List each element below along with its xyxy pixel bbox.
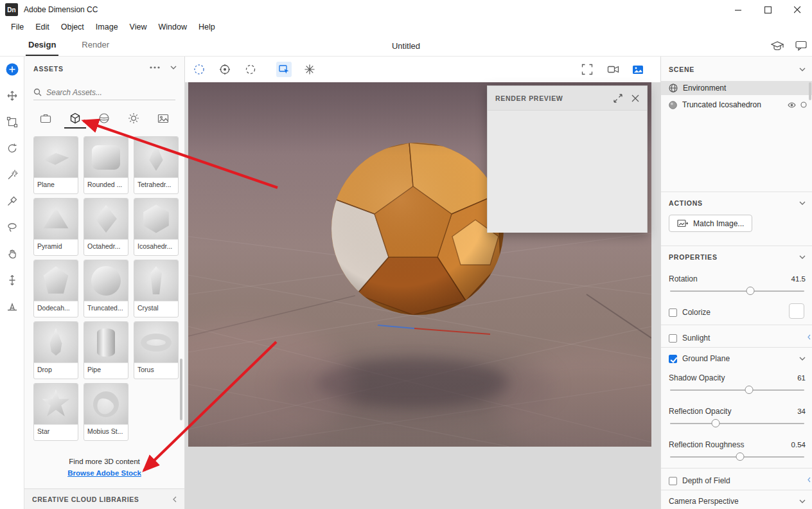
shadow-opacity-slider[interactable] <box>670 386 804 395</box>
rotation-slider[interactable] <box>670 287 804 296</box>
asset-item-drop[interactable]: Drop <box>33 321 78 379</box>
asset-item-pyramid[interactable]: Pyramid <box>33 198 78 256</box>
asset-item-octahedron[interactable]: Octahedr... <box>84 198 128 256</box>
maximize-button[interactable] <box>753 0 782 19</box>
menu-window[interactable]: Window <box>152 22 192 31</box>
category-3d-models[interactable] <box>64 109 86 129</box>
menu-edit[interactable]: Edit <box>30 22 55 31</box>
asset-item-pipe[interactable]: Pipe <box>84 321 128 379</box>
assets-scrollbar[interactable] <box>180 359 182 420</box>
lasso-tool[interactable] <box>6 221 19 234</box>
menu-help[interactable]: Help <box>193 22 221 31</box>
scene-collapse-chevron-icon[interactable] <box>799 67 806 71</box>
asset-item-mobius[interactable]: Mobius St... <box>84 383 128 441</box>
actions-header: ACTIONS <box>669 199 703 207</box>
category-lights[interactable] <box>123 109 145 129</box>
creative-cloud-libraries-bar[interactable]: CREATIVE CLOUD LIBRARIES <box>24 488 184 509</box>
asset-item-icosahedron[interactable]: Icosahedr... <box>134 198 179 256</box>
hand-tool[interactable] <box>6 247 19 260</box>
category-starter-assets[interactable] <box>35 109 57 129</box>
tab-render[interactable]: Render <box>79 35 112 56</box>
asset-item-rounded-cube[interactable]: Rounded ... <box>84 136 128 194</box>
colorize-swatch[interactable] <box>789 303 804 319</box>
slider-knob[interactable] <box>745 386 754 394</box>
marquee-dashed-tool[interactable] <box>243 62 258 77</box>
dolly-tool[interactable] <box>6 274 19 287</box>
close-icon[interactable] <box>631 94 639 102</box>
camera-perspective-label: Camera Perspective <box>669 497 739 506</box>
slider-track[interactable] <box>670 423 804 424</box>
match-image-button[interactable]: Match Image... <box>669 215 752 232</box>
category-materials[interactable] <box>93 109 115 129</box>
ground-plane-checkbox[interactable] <box>669 355 677 363</box>
reflection-roughness-value[interactable]: 0.54 <box>791 441 806 449</box>
camera-perspective-chevron-icon[interactable] <box>799 499 806 503</box>
expand-icon[interactable] <box>613 94 622 103</box>
rotation-value[interactable]: 41.5 <box>791 275 806 283</box>
visibility-eye-icon[interactable] <box>788 102 796 108</box>
slider-knob[interactable] <box>746 287 755 295</box>
depth-of-field-flyout-arrow[interactable] <box>806 474 811 485</box>
asset-item-crystal[interactable]: Crystal <box>134 260 179 317</box>
properties-collapse-chevron-icon[interactable] <box>799 255 806 259</box>
menu-view[interactable]: View <box>124 22 153 31</box>
more-options-icon[interactable] <box>150 66 160 69</box>
actions-collapse-chevron-icon[interactable] <box>799 201 806 205</box>
minimize-button[interactable] <box>723 0 753 19</box>
reflection-roughness-slider[interactable] <box>670 452 804 461</box>
render-setup-tool[interactable] <box>302 62 317 77</box>
reflection-opacity-slider[interactable] <box>670 419 804 428</box>
scene-item-environment[interactable]: Environment <box>661 81 812 95</box>
render-preview-toggle[interactable] <box>630 62 646 77</box>
slider-knob[interactable] <box>712 419 720 427</box>
feedback-icon[interactable] <box>795 40 807 51</box>
slider-track[interactable] <box>670 389 804 391</box>
assets-collapse-chevron-icon[interactable] <box>170 66 177 69</box>
search-field[interactable] <box>33 85 175 100</box>
sunlight-checkbox[interactable] <box>669 334 677 343</box>
asset-item-truncated-icosahedron[interactable]: Truncated... <box>84 260 128 317</box>
rotate-tool[interactable] <box>6 142 19 155</box>
asset-item-torus[interactable]: Torus <box>134 321 179 379</box>
colorize-checkbox[interactable] <box>669 308 677 317</box>
shadow-opacity-value[interactable]: 61 <box>797 374 806 382</box>
camera-icon <box>607 64 619 75</box>
fullscreen-button[interactable] <box>579 62 595 77</box>
category-images[interactable] <box>152 109 174 129</box>
horizon-tool[interactable] <box>6 300 19 313</box>
magic-wand-tool[interactable] <box>6 168 19 181</box>
slider-knob[interactable] <box>736 452 744 461</box>
asset-item-tetrahedron[interactable]: Tetrahedr... <box>134 136 179 194</box>
scale-tool[interactable] <box>6 116 19 129</box>
asset-item-dodecahedron[interactable]: Dodecah... <box>33 260 78 317</box>
scene-item-truncated-icosahedron[interactable]: Truncated Icosahedron <box>661 98 812 112</box>
asset-item-star[interactable]: Star <box>33 383 78 441</box>
target-select-tool[interactable] <box>217 62 233 77</box>
tab-design[interactable]: Design <box>26 35 58 56</box>
reflection-opacity-value[interactable]: 34 <box>797 407 806 415</box>
move-tool-icon <box>6 90 18 102</box>
move-tool[interactable] <box>6 89 19 102</box>
camera-bookmark-button[interactable] <box>605 62 621 77</box>
menu-object[interactable]: Object <box>55 22 90 31</box>
camera-perspective-row[interactable]: Camera Perspective <box>669 495 806 508</box>
ground-plane-chevron-icon[interactable] <box>799 357 806 361</box>
asset-item-plane[interactable]: Plane <box>33 136 78 194</box>
slider-track[interactable] <box>670 290 804 292</box>
scene-scrollbar[interactable] <box>809 82 811 100</box>
cc-libraries-expand-icon[interactable] <box>173 496 177 503</box>
depth-of-field-checkbox[interactable] <box>669 477 677 485</box>
browse-adobe-stock-link[interactable]: Browse Adobe Stock <box>24 469 184 477</box>
render-preview-header[interactable]: RENDER PREVIEW <box>488 86 647 111</box>
close-button[interactable] <box>782 0 812 19</box>
learn-icon[interactable] <box>771 40 784 51</box>
material-dot-icon[interactable] <box>800 102 807 108</box>
sunlight-flyout-arrow[interactable] <box>806 332 811 342</box>
menu-file[interactable]: File <box>5 22 30 31</box>
select-object-tool[interactable] <box>276 62 292 77</box>
menu-image[interactable]: Image <box>90 22 124 31</box>
sampler-tool[interactable] <box>6 195 19 208</box>
search-input[interactable] <box>46 88 175 97</box>
marquee-ellipse-tool[interactable] <box>191 62 207 77</box>
add-content-button[interactable] <box>6 63 19 76</box>
